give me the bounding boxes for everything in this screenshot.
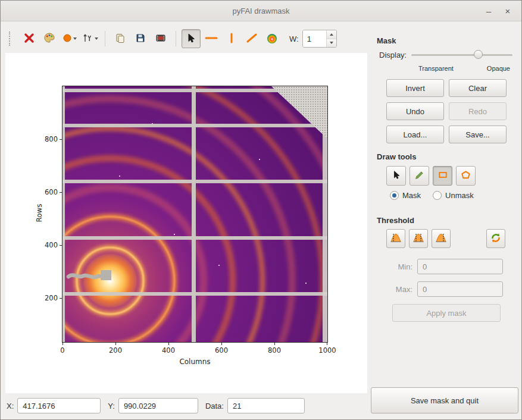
- toolbar-separator: [105, 31, 105, 46]
- apply-mask-button: Apply mask: [392, 304, 501, 322]
- toolbar-separator: [176, 31, 176, 46]
- spin-down-button[interactable]: [327, 39, 336, 48]
- x-tick: [221, 343, 222, 345]
- triangle-down-icon: [330, 42, 333, 44]
- slider-handle[interactable]: [474, 50, 483, 59]
- threshold-between-button[interactable]: [409, 229, 428, 248]
- pencil-width-input[interactable]: [303, 30, 326, 47]
- max-label: Max:: [377, 285, 412, 294]
- x-axis-label: Columns: [179, 358, 210, 366]
- min-label: Min:: [377, 262, 412, 271]
- display-label: Display:: [379, 51, 407, 59]
- threshold-title: Threshold: [377, 216, 414, 225]
- opaque-label: Opaque: [487, 65, 510, 72]
- polygon-icon: [461, 170, 471, 182]
- draw-tools-row: [386, 166, 476, 186]
- invert-button[interactable]: Invert: [386, 79, 444, 97]
- unmask-radio[interactable]: Unmask: [433, 191, 474, 200]
- colormap-dialog-button[interactable]: [40, 29, 59, 48]
- draw-tools-title: Draw tools: [377, 152, 416, 161]
- threshold-buttons: [386, 229, 505, 248]
- display-opacity-row: Display:: [379, 49, 512, 60]
- colormap-preview-button[interactable]: [262, 29, 282, 48]
- status-x-label: X:: [7, 402, 14, 410]
- status-x-value[interactable]: [17, 398, 101, 413]
- y-axis-orientation-button[interactable]: [80, 29, 99, 48]
- slider-track[interactable]: [411, 54, 512, 56]
- x-tick: [115, 343, 116, 345]
- spin-arrows: [326, 30, 336, 47]
- x-tick-label: 600: [215, 346, 228, 355]
- save-button[interactable]: Save...: [449, 126, 507, 143]
- polygon-tool-button[interactable]: [456, 166, 476, 186]
- min-input: [417, 259, 503, 274]
- histogram-below-icon: [390, 233, 402, 245]
- x-tick-label: 1000: [318, 346, 336, 355]
- plot-panel: 0 200 400 600 800 1000 800 600 400 200 C…: [5, 53, 367, 393]
- line-tool-button[interactable]: [242, 29, 261, 48]
- pencil-width-spinbox: [302, 30, 337, 48]
- mask-buttons: Invert Clear Undo Redo Load... Save...: [386, 79, 507, 143]
- histogram-above-icon: [435, 233, 447, 245]
- save-mask-quit-button[interactable]: Save mask and quit: [371, 387, 518, 413]
- toolbar-drag-handle[interactable]: [9, 32, 13, 46]
- y-tick: [60, 139, 62, 140]
- rectangle-tool-button[interactable]: [433, 166, 452, 186]
- pointer-tool-button[interactable]: [182, 29, 201, 48]
- unmask-radio-label: Unmask: [445, 191, 474, 200]
- media-button[interactable]: [151, 29, 170, 48]
- copy-button[interactable]: [111, 29, 130, 48]
- mask-radio[interactable]: Mask: [390, 191, 421, 200]
- save-snapshot-button[interactable]: [131, 29, 150, 48]
- radio-unselected-icon: [433, 191, 442, 200]
- vertical-line-icon: [226, 33, 237, 45]
- mask-radio-label: Mask: [402, 191, 421, 200]
- mask-mode-radios: Mask Unmask: [390, 191, 474, 200]
- clear-mask-button[interactable]: [20, 29, 39, 48]
- chevron-down-icon: [95, 37, 98, 40]
- close-button[interactable]: ×: [501, 4, 514, 17]
- load-button[interactable]: Load...: [386, 126, 444, 143]
- spin-up-button[interactable]: [327, 30, 336, 39]
- app-window: pyFAI drawmask – ×: [0, 0, 522, 420]
- threshold-below-button[interactable]: [386, 229, 405, 248]
- x-tick: [327, 343, 327, 345]
- status-y-value[interactable]: [118, 398, 198, 413]
- hline-tool-button[interactable]: [202, 29, 221, 48]
- diffraction-image[interactable]: [62, 86, 327, 342]
- redo-button: Redo: [449, 102, 507, 120]
- pencil-icon: [414, 170, 424, 182]
- y-tick-label: 400: [36, 241, 58, 249]
- clipboard-icon: [115, 33, 126, 45]
- display-opacity-slider[interactable]: [411, 49, 512, 60]
- undo-button[interactable]: Undo: [386, 102, 444, 120]
- x-tick: [274, 343, 275, 345]
- radio-dot: [392, 193, 396, 198]
- marker-style-button[interactable]: [60, 29, 79, 48]
- threshold-refresh-button[interactable]: [486, 229, 505, 248]
- transparent-label: Transparent: [418, 65, 454, 72]
- horizontal-line-icon: [205, 33, 218, 45]
- film-icon: [155, 33, 166, 45]
- threshold-above-button[interactable]: [432, 229, 451, 248]
- clear-button[interactable]: Clear: [449, 79, 507, 97]
- plot-axes[interactable]: 0 200 400 600 800 1000 800 600 400 200 C…: [62, 86, 328, 343]
- y-tick-label: 200: [36, 294, 58, 302]
- colormap-icon: [267, 34, 277, 43]
- x-tick: [168, 343, 169, 345]
- palette-icon: [43, 32, 55, 46]
- status-data-value[interactable]: [227, 398, 305, 413]
- pointer-draw-tool-button[interactable]: [386, 166, 406, 186]
- y-tick-label: 800: [36, 135, 58, 143]
- x-tick-label: 200: [109, 346, 122, 355]
- min-row: Min:: [377, 259, 503, 274]
- x-tick-label: 800: [268, 346, 281, 355]
- x-tick-label: 400: [162, 346, 175, 355]
- chevron-down-icon: [73, 37, 77, 40]
- diagonal-line-icon: [246, 33, 258, 45]
- pencil-tool-button[interactable]: [410, 166, 429, 186]
- vline-tool-button[interactable]: [222, 29, 241, 48]
- statusbar: X: Y: Data:: [1, 396, 368, 416]
- y-tick: [60, 298, 62, 299]
- minimize-button[interactable]: –: [482, 4, 495, 17]
